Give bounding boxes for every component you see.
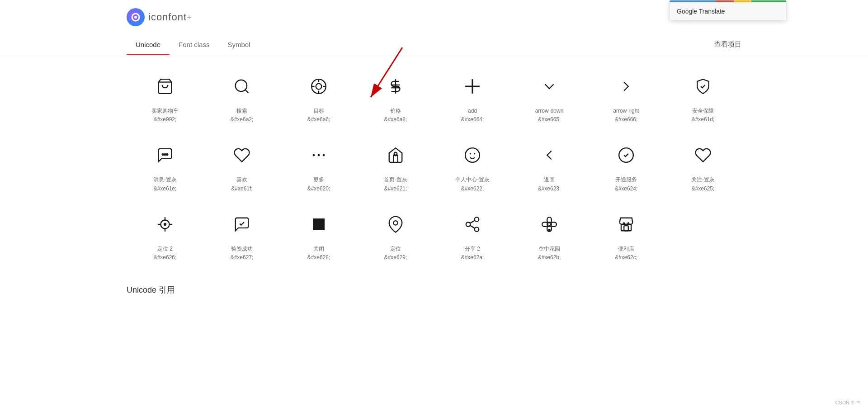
icon-name-shield: 安全保障 &#xe61d; <box>692 107 715 124</box>
icon-cell-location[interactable]: 定位 &#xe629; <box>357 202 434 271</box>
svg-point-26 <box>465 148 480 163</box>
svg-point-28 <box>474 153 475 155</box>
icon-cell-message[interactable]: 消息-置灰 &#xe61e; <box>127 133 203 202</box>
more-icon <box>310 144 327 166</box>
icon-name-message: 消息-置灰 &#xe61e; <box>153 176 177 193</box>
face-icon <box>464 144 481 166</box>
icon-cell-add[interactable]: add &#xe664; <box>434 64 511 133</box>
svg-line-41 <box>470 225 475 228</box>
svg-point-38 <box>475 217 479 222</box>
icon-cell-target2[interactable]: 定位 2 &#xe626; <box>127 202 203 271</box>
icon-name-location: 定位 &#xe629; <box>384 245 407 262</box>
section-title: Unicode 引用 <box>0 280 868 304</box>
icon-cell-face[interactable]: 个人中心-置灰 &#xe622; <box>434 133 511 202</box>
icon-name-share: 分享 2 &#xe62a; <box>461 245 484 262</box>
icon-cell-arrow-down[interactable]: arrow-down &#xe665; <box>511 64 588 133</box>
logo-icon <box>127 8 145 26</box>
icon-name-more: 更多 &#xe620; <box>307 176 330 193</box>
svg-point-31 <box>164 223 166 226</box>
icon-cell-arrow-right[interactable]: arrow-right &#xe666; <box>588 64 665 133</box>
svg-point-25 <box>394 152 397 155</box>
view-project-link[interactable]: 查看项目 <box>714 40 741 49</box>
icon-name-check-circle: 开通服务 &#xe624; <box>615 176 638 193</box>
close-icon <box>310 213 327 236</box>
icon-name-target: 目标 &#xe6a6; <box>307 107 330 124</box>
icon-cell-store[interactable]: 便利店 &#xe62c; <box>588 202 665 271</box>
icon-cell-flower[interactable]: 空中花园 &#xe62b; <box>511 202 588 271</box>
icons-section: 卖家购物车 &#xe992; 搜索 &#xe6a2; 目标 &#xe6a6; <box>0 55 868 280</box>
icon-name-search: 搜索 &#xe6a2; <box>231 107 254 124</box>
icon-name-face: 个人中心-置灰 &#xe622; <box>455 176 490 193</box>
search-icon <box>233 75 250 98</box>
tabs-bar: Unicode Font class Symbol 查看项目 <box>0 34 868 55</box>
target-icon <box>310 75 327 98</box>
tab-fontclass[interactable]: Font class <box>170 34 218 55</box>
svg-line-7 <box>245 90 248 93</box>
home-icon <box>387 144 404 166</box>
svg-point-9 <box>316 84 322 90</box>
icon-cell-cart[interactable]: 卖家购物车 &#xe992; <box>127 64 203 133</box>
icon-cell-heart[interactable]: 喜欢 &#xe61f; <box>203 133 280 202</box>
svg-point-24 <box>323 154 325 157</box>
svg-point-37 <box>393 221 398 225</box>
location-icon <box>387 213 404 236</box>
shield-icon <box>694 75 712 98</box>
icon-name-check-bubble: 验资成功 &#xe627; <box>231 245 254 262</box>
icon-name-store: 便利店 &#xe62c; <box>615 245 637 262</box>
check-bubble-icon <box>233 213 250 236</box>
svg-point-27 <box>470 153 471 155</box>
svg-point-22 <box>313 154 315 157</box>
icon-name-arrow-down: arrow-down &#xe665; <box>535 107 564 124</box>
icon-name-flower: 空中花园 &#xe62b; <box>538 245 561 262</box>
heart-outline-icon <box>694 144 712 166</box>
icon-cell-shield[interactable]: 安全保障 &#xe61d; <box>665 64 741 133</box>
logo[interactable]: iconfont+ <box>127 8 192 26</box>
icon-name-back: 返回 &#xe623; <box>538 176 561 193</box>
arrow-down-icon <box>541 75 558 98</box>
message-icon <box>156 144 174 166</box>
icon-cell-check-bubble[interactable]: 验资成功 &#xe627; <box>203 202 280 271</box>
svg-point-44 <box>548 229 550 231</box>
arrow-right-icon <box>618 75 635 98</box>
icon-cell-share[interactable]: 分享 2 &#xe62a; <box>434 202 511 271</box>
svg-point-39 <box>466 222 471 227</box>
svg-point-21 <box>166 154 168 155</box>
icon-cell-heart-outline[interactable]: 关注-置灰 &#xe625; <box>665 133 741 202</box>
icon-name-target2: 定位 2 &#xe626; <box>154 245 177 262</box>
price-icon <box>387 75 404 98</box>
icon-name-price: 价格 &#xe6a8; <box>384 107 407 124</box>
svg-rect-36 <box>313 218 325 230</box>
svg-line-42 <box>470 220 475 223</box>
store-icon <box>618 213 635 236</box>
cart-icon <box>156 75 174 98</box>
svg-rect-46 <box>624 226 628 231</box>
svg-point-2 <box>134 16 137 19</box>
icon-cell-search[interactable]: 搜索 &#xe6a2; <box>203 64 280 133</box>
svg-point-40 <box>475 227 479 232</box>
logo-text: iconfont+ <box>148 11 192 23</box>
check-circle-icon <box>618 144 635 166</box>
icon-cell-more[interactable]: 更多 &#xe620; <box>280 133 357 202</box>
icon-cell-target[interactable]: 目标 &#xe6a6; <box>280 64 357 133</box>
icon-name-add: add &#xe664; <box>461 107 484 124</box>
icon-cell-home[interactable]: 首页-置灰 &#xe621; <box>357 133 434 202</box>
icon-cell-price[interactable]: 价格 &#xe6a8; <box>357 64 434 133</box>
icon-cell-back[interactable]: 返回 &#xe623; <box>511 133 588 202</box>
icon-cell-check-circle[interactable]: 开通服务 &#xe624; <box>588 133 665 202</box>
share-icon <box>464 213 481 236</box>
svg-point-6 <box>236 80 247 91</box>
bottom-bar: CSDN ® ™ <box>828 397 868 408</box>
add-icon <box>464 75 481 98</box>
icon-cell-empty <box>665 202 741 271</box>
icon-name-heart: 喜欢 &#xe61f; <box>231 176 252 193</box>
svg-point-20 <box>164 154 165 155</box>
icon-cell-close[interactable]: 关闭 &#xe628; <box>280 202 357 271</box>
tab-unicode[interactable]: Unicode <box>127 34 170 55</box>
icon-name-home: 首页-置灰 &#xe621; <box>384 176 407 193</box>
flower-icon <box>541 213 558 236</box>
tab-symbol[interactable]: Symbol <box>218 34 259 55</box>
svg-point-19 <box>162 154 164 155</box>
svg-point-23 <box>318 154 320 157</box>
target2-icon <box>156 213 174 236</box>
translate-popup: Google Translate <box>669 0 787 21</box>
